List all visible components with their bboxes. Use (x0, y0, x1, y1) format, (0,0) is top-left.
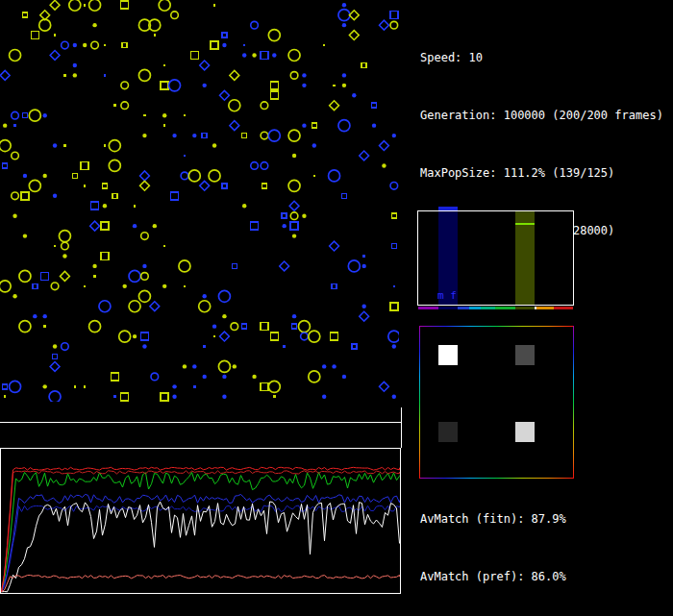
hue-strip-segment (438, 307, 458, 309)
world-grid[interactable] (0, 0, 399, 402)
bar-chart-label: m f (437, 290, 459, 301)
bar-male-current-marker (438, 207, 458, 210)
preference-matrix (419, 326, 574, 479)
matrix-cell (438, 422, 458, 442)
population-bar-chart: m f (417, 210, 574, 306)
hue-strip-segment (481, 307, 495, 309)
matrix-border-left (419, 326, 420, 479)
stat-avmatch-pref: AvMatch (pref): 86.0% (420, 567, 663, 586)
stats-panel: Speed: 10 Generation: 100000 (200/200 fr… (420, 10, 663, 616)
matrix-cell (438, 345, 458, 365)
simulation-app: Speed: 10 Generation: 100000 (200/200 fr… (0, 0, 673, 616)
stat-generation: Generation: 100000 (200/200 frames) (420, 106, 663, 125)
matrix-cell (515, 422, 535, 442)
hue-strip-segment (536, 307, 554, 309)
matrix-border-top (419, 326, 574, 327)
stat-speed: Speed: 10 (420, 48, 663, 67)
matrix-cell (515, 345, 535, 365)
matrix-border-bottom (419, 478, 574, 479)
stat-maxpopsize: MaxPopSize: 111.2% (139/125) (420, 163, 663, 183)
hue-strip-segment (495, 307, 515, 309)
hue-strip-segment (554, 307, 573, 309)
stat-avmatch-fitn: AvMatch (fitn): 87.9% (420, 509, 663, 529)
hue-strip-segment (515, 307, 535, 309)
bar-female-current-marker (515, 223, 535, 225)
separator-horizontal-line (0, 422, 402, 423)
history-chart (0, 448, 401, 594)
hue-strip (418, 307, 573, 309)
hue-strip-segment (469, 307, 481, 309)
hue-strip-segment (418, 307, 438, 309)
hue-strip-segment (458, 307, 469, 309)
bar-female (515, 211, 535, 305)
matrix-border-right (573, 326, 574, 479)
separator-vertical-line (401, 407, 402, 448)
